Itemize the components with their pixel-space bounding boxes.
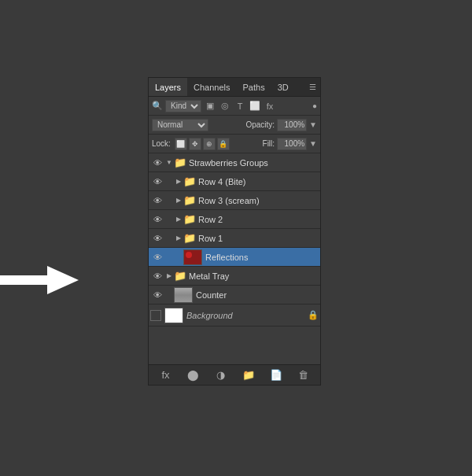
expand-arrow[interactable]: ▼ — [164, 156, 174, 170]
layer-thumbnail — [174, 287, 193, 303]
expand-arrow[interactable]: ▶ — [174, 212, 183, 227]
pointer-arrow — [47, 266, 149, 294]
pixel-filter-icon[interactable]: ▣ — [204, 100, 216, 113]
visibility-toggle[interactable]: 👁 — [150, 269, 164, 283]
lock-position-btn[interactable]: ✥ — [189, 138, 201, 150]
opacity-label: Opacity: — [245, 120, 275, 129]
visibility-toggle[interactable]: 👁 — [150, 231, 164, 245]
lock-toolbar: Lock: ⬜ ✥ ⊕ 🔒 Fill: ▼ — [149, 135, 320, 153]
lock-artboards-btn[interactable]: ⊕ — [203, 138, 216, 150]
add-mask-button[interactable]: ⬤ — [186, 368, 201, 382]
layer-row[interactable]: 👁 ▶ 📁 Row 4 (Bite) — [149, 172, 320, 191]
visibility-toggle[interactable]: 👁 — [150, 175, 164, 189]
opacity-input[interactable] — [277, 119, 307, 131]
expand-arrow[interactable]: ▶ — [174, 175, 183, 189]
layer-row-reflections[interactable]: 👁 Reflections — [149, 248, 320, 267]
new-adjustment-button[interactable]: ◑ — [214, 368, 228, 382]
visibility-toggle[interactable]: 👁 — [150, 212, 164, 227]
strawberry-thumbnail — [184, 250, 201, 264]
panel-tabs: Layers Channels Paths 3D ☰ — [149, 78, 320, 97]
folder-icon: 📁 — [174, 270, 186, 282]
fill-input[interactable] — [277, 138, 307, 150]
background-thumbnail — [165, 308, 183, 323]
lock-all-btn[interactable]: 🔒 — [217, 138, 230, 150]
folder-icon: 📁 — [174, 157, 186, 169]
new-layer-button[interactable]: 📄 — [269, 368, 283, 382]
filter-toolbar: 🔍 Kind ▣ ◎ T ⬜ fx ● — [149, 97, 320, 116]
add-style-button[interactable]: fx — [159, 368, 173, 382]
expand-arrow[interactable]: ▶ — [174, 231, 183, 245]
layer-row[interactable]: 👁 ▶ 📁 Row 1 — [149, 229, 320, 248]
expand-arrow[interactable]: ▶ — [174, 194, 183, 208]
layer-row-counter[interactable]: 👁 Counter — [149, 286, 320, 304]
panel-menu-icon[interactable]: ☰ — [309, 83, 320, 91]
lock-icons-group: ⬜ ✥ ⊕ 🔒 — [175, 138, 230, 150]
layer-row[interactable]: 👁 ▶ 📁 Row 3 (scream) — [149, 191, 320, 210]
lock-pixels-btn[interactable]: ⬜ — [175, 138, 187, 150]
layer-name: Row 2 — [198, 215, 319, 224]
visibility-toggle[interactable]: 👁 — [150, 250, 164, 264]
delete-layer-button[interactable]: 🗑 — [297, 368, 311, 382]
layers-panel: Layers Channels Paths 3D ☰ 🔍 Kind ▣ ◎ T … — [148, 77, 321, 386]
lock-icon: 🔒 — [308, 310, 319, 320]
layer-name: Row 4 (Bite) — [198, 177, 319, 186]
toggle-filter-icon[interactable]: ● — [312, 101, 317, 110]
folder-icon: 📁 — [183, 213, 196, 226]
effect-filter-icon[interactable]: fx — [264, 100, 276, 113]
type-filter-icon[interactable]: T — [234, 100, 246, 113]
visibility-toggle[interactable]: 👁 — [150, 156, 164, 170]
layer-name: Strawberries Groups — [189, 158, 319, 168]
layer-name: Background — [186, 311, 308, 320]
folder-icon: 📁 — [183, 175, 196, 188]
adjustment-filter-icon[interactable]: ◎ — [219, 100, 231, 113]
counter-thumbnail — [175, 288, 192, 302]
folder-icon: 📁 — [183, 232, 196, 245]
visibility-checkbox[interactable] — [150, 310, 161, 321]
layer-name: Row 1 — [198, 234, 319, 243]
bottom-toolbar: fx ⬤ ◑ 📁 📄 🗑 — [149, 364, 320, 385]
visibility-toggle[interactable]: 👁 — [150, 288, 164, 302]
folder-icon: 📁 — [183, 194, 196, 207]
tab-channels[interactable]: Channels — [187, 78, 236, 96]
opacity-dropdown-icon[interactable]: ▼ — [309, 120, 317, 129]
tab-3d[interactable]: 3D — [271, 78, 295, 96]
expand-arrow[interactable]: ▶ — [164, 269, 174, 283]
blend-toolbar: Normal Opacity: ▼ — [149, 116, 320, 135]
lock-label: Lock: — [152, 139, 171, 148]
search-icon: 🔍 — [152, 101, 163, 111]
arrow-shape — [47, 266, 149, 294]
layer-thumbnail — [183, 249, 202, 265]
layer-row[interactable]: 👁 ▶ 📁 Row 2 — [149, 210, 320, 229]
layer-row[interactable]: 👁 ▼ 📁 Strawberries Groups — [149, 153, 320, 172]
layer-name: Row 3 (scream) — [198, 196, 319, 205]
empty-space — [149, 327, 320, 364]
visibility-toggle[interactable]: 👁 — [150, 194, 164, 208]
tab-layers[interactable]: Layers — [149, 78, 187, 96]
layer-name: Metal Tray — [189, 271, 319, 281]
layer-row[interactable]: 👁 ▶ 📁 Metal Tray — [149, 267, 320, 286]
layers-list: 👁 ▼ 📁 Strawberries Groups 👁 ▶ 📁 Row 4 (B… — [149, 153, 320, 327]
layer-thumbnail — [164, 308, 183, 323]
tab-paths[interactable]: Paths — [237, 78, 271, 96]
new-group-button[interactable]: 📁 — [242, 368, 256, 382]
fill-dropdown-icon[interactable]: ▼ — [309, 139, 317, 148]
kind-select[interactable]: Kind — [165, 100, 201, 113]
fill-label: Fill: — [263, 139, 275, 148]
layer-name: Counter — [196, 290, 319, 300]
blend-mode-select[interactable]: Normal — [152, 119, 208, 131]
shape-filter-icon[interactable]: ⬜ — [249, 100, 261, 113]
layer-name: Reflections — [205, 253, 319, 262]
layer-row-background[interactable]: Background 🔒 — [149, 304, 320, 327]
